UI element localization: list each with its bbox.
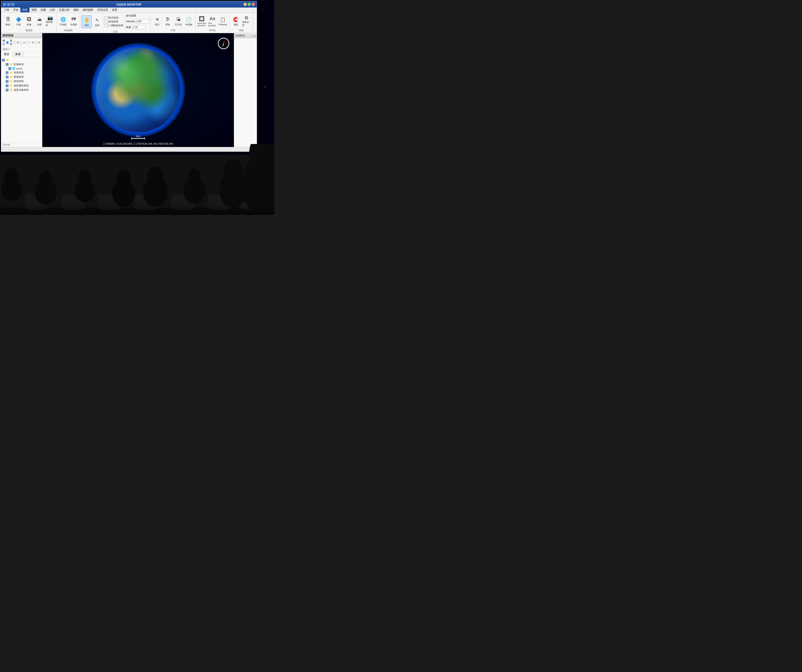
viewport-0-radio[interactable]	[13, 41, 16, 44]
tb-terrain-btn[interactable]: ⛰ 地形	[34, 15, 45, 27]
tb-sunny-btn[interactable]: ☀ 晴天	[152, 15, 162, 27]
title-bar: KQGIS DESKTOP − □ ×	[1, 1, 257, 8]
tab-source[interactable]: 来源	[12, 52, 24, 57]
skybox-icon: 🌤	[175, 16, 182, 23]
browse-section-title: 交互	[113, 30, 118, 33]
menu-theme-analysis[interactable]: 主题分析	[57, 8, 71, 12]
geo-sym-icon: 🔲	[198, 15, 205, 22]
tb-scene-settings-btn[interactable]: ⚙ 场景设置	[241, 15, 251, 27]
earth-shine	[108, 55, 134, 76]
model-label: 模型框组	[14, 79, 24, 83]
world-checkbox[interactable]	[8, 67, 11, 70]
tb-select-btn[interactable]: ↖ 选择	[92, 15, 102, 28]
svg-point-17	[39, 171, 52, 185]
screen-container: KQGIS DESKTOP − □ × 工程 开始 场景 视图 创建 分析 主题…	[0, 0, 274, 215]
world-label: world	[16, 67, 22, 70]
menu-engineering[interactable]: 工程	[2, 8, 11, 12]
menu-settings[interactable]: 设置	[110, 8, 119, 12]
tb-property-btn[interactable]: 📋 Property	[218, 15, 228, 27]
datasource-section-title: 数据源	[26, 29, 32, 32]
toolbar-options: 🧲 捕捉 ⚙ 场景设置 选项	[230, 13, 253, 32]
ground-pick-checkbox[interactable]	[105, 20, 108, 23]
root-folder-icon: 📁	[6, 58, 9, 62]
tb-snap-btn[interactable]: 🧲 捕捉	[231, 15, 241, 27]
svg-point-15	[5, 168, 18, 184]
close-button[interactable]: ×	[252, 3, 255, 6]
scene-obj-checkbox[interactable]	[6, 89, 8, 91]
tb-geo-sym-btn[interactable]: 🔲 Geometry Symbols	[197, 15, 207, 27]
tb-browse-btn[interactable]: 🖐 漫游	[82, 15, 92, 28]
walk-settings-row: 步行设置	[126, 14, 149, 17]
menu-edit[interactable]: 编辑	[71, 8, 81, 12]
list-item: 📁 场景对象框组	[2, 88, 41, 92]
tb-text-sym-btn[interactable]: Aa Text Symbols	[207, 15, 217, 27]
svg-rect-30	[0, 204, 274, 215]
toolbar-online: 🌐 天地图 🗺 专题图 在线服务	[57, 13, 80, 32]
toolbar-area: 🗄 数据 🔷 矢量 🖼 影像 ⛰ 地形	[1, 13, 257, 33]
app-title: KQGIS DESKTOP	[116, 3, 141, 6]
menu-scene[interactable]: 场景	[20, 8, 29, 12]
compass-needle	[222, 39, 225, 48]
tb-fog-btn[interactable]: 🌫 雾效	[163, 15, 173, 27]
menu-oblique[interactable]: 倾斜摄影	[81, 8, 95, 12]
tb-data-btn[interactable]: 🗄 数据	[3, 15, 13, 27]
content-area: 图层面板 视口 所有 0 1 ○ 2 3	[1, 33, 257, 147]
viewport-2-num: 2	[32, 41, 33, 44]
model-folder-icon: 📁	[10, 80, 13, 83]
menu-analysis[interactable]: 分析	[48, 8, 57, 12]
timeline-icon: 🕐	[185, 16, 192, 23]
tb-vector-btn[interactable]: 🔷 矢量	[13, 15, 24, 27]
tab-layers[interactable]: 图层	[1, 52, 12, 57]
img-checkbox[interactable]	[6, 63, 8, 66]
2d-pick-checkbox[interactable]	[105, 24, 108, 27]
vector-icon: 🔷	[15, 16, 22, 23]
terrain-icon: ⛰	[36, 16, 43, 23]
svg-point-27	[223, 159, 243, 184]
viewport-2-label: ○	[29, 41, 31, 44]
menu-start[interactable]: 开始	[11, 8, 20, 12]
toolbar-options-row: 🧲 捕捉 ⚙ 场景设置	[231, 13, 251, 28]
map-area[interactable]: 1km 2.7066056, N:34.2431995, Z:17007429.…	[42, 33, 234, 147]
viewport-3-radio[interactable]	[34, 41, 37, 44]
svg-point-21	[116, 170, 130, 186]
compass-needle-north	[223, 39, 225, 44]
terrain-checkbox[interactable]	[6, 71, 8, 74]
panel-title: 图层面板	[1, 33, 42, 38]
layer-tree: 📁 📁 影像框组 🌐 world	[1, 57, 42, 143]
right-panel-title: 动画路径 — ×	[234, 33, 257, 38]
oblique-checkbox[interactable]	[6, 84, 8, 87]
tb-oblique-btn[interactable]: 📷 倾斜摄影	[45, 15, 55, 27]
root-checkbox[interactable]	[2, 59, 5, 61]
right-panel-close-icon[interactable]: ×	[254, 34, 256, 37]
title-bar-controls[interactable]: − □ ×	[244, 3, 255, 6]
separator2	[125, 15, 125, 29]
svg-point-23	[147, 167, 163, 185]
check-2d: 二维数据拾取	[105, 24, 123, 27]
win-icon-2	[7, 3, 10, 6]
height-input[interactable]	[132, 25, 146, 29]
maximize-button[interactable]: □	[247, 3, 251, 6]
tb-skybox-btn[interactable]: 🌤 天空盒	[173, 15, 183, 27]
compass[interactable]	[218, 38, 229, 49]
viewport-1-radio[interactable]	[19, 41, 23, 44]
element-checkbox[interactable]	[6, 76, 8, 78]
right-panel-pin[interactable]: —	[251, 34, 254, 37]
velocity-input[interactable]	[136, 19, 149, 23]
model-checkbox[interactable]	[6, 80, 8, 83]
tb-image-btn[interactable]: 🖼 影像	[24, 15, 34, 27]
cancel-select-checkbox[interactable]	[105, 16, 108, 19]
tb-timeline-btn[interactable]: 🕐 时间轴	[184, 15, 194, 27]
viewport-2-radio[interactable]	[26, 41, 29, 44]
menu-create[interactable]: 创建	[39, 8, 48, 12]
menu-spatial[interactable]: 空间运算	[95, 8, 110, 12]
menu-view[interactable]: 视图	[29, 8, 39, 12]
minimize-button[interactable]: −	[244, 3, 247, 6]
scene-obj-label: 场景对象框组	[14, 88, 29, 92]
browse-inputs: 步行设置 Velocity 高度	[126, 13, 149, 30]
scale-label: 1km	[136, 135, 141, 137]
tb-theme-btn[interactable]: 🗺 专题图	[69, 15, 79, 27]
list-item: 📁	[2, 58, 41, 62]
viewport-all-radio[interactable]	[6, 41, 9, 44]
tb-tianditu-btn[interactable]: 🌐 天地图	[58, 15, 68, 27]
viewport-3-label: 3	[38, 41, 40, 44]
